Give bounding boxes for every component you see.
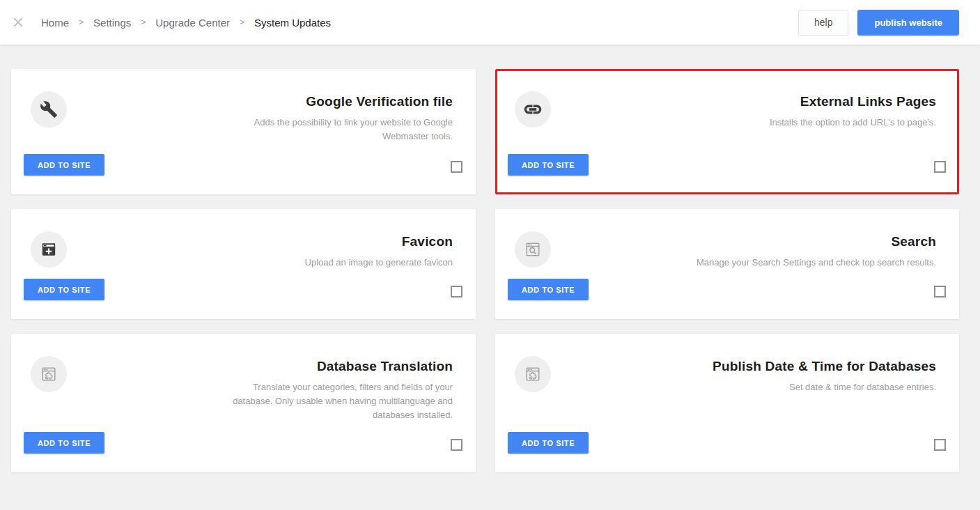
card-checkbox[interactable] bbox=[451, 286, 462, 298]
upgrade-cards-grid: Google Verification file Adds the possib… bbox=[0, 45, 980, 472]
breadcrumb-separator: > bbox=[79, 17, 84, 27]
help-button[interactable]: help bbox=[798, 10, 848, 36]
card-title: Search bbox=[697, 234, 936, 249]
card-description: Adds the possibility to link your websit… bbox=[244, 116, 453, 144]
add-to-site-button[interactable]: ADD TO SITE bbox=[508, 279, 589, 300]
breadcrumb-separator: > bbox=[240, 17, 244, 27]
browser-puzzle-icon bbox=[515, 356, 551, 392]
card-search: Search Manage your Search Settings and c… bbox=[495, 209, 959, 319]
card-google-verification-file: Google Verification file Adds the possib… bbox=[11, 69, 476, 194]
breadcrumb-upgrade-center[interactable]: Upgrade Center bbox=[155, 17, 230, 29]
add-to-site-button[interactable]: ADD TO SITE bbox=[24, 279, 104, 300]
card-favicon: Favicon Upload an image to generate favi… bbox=[11, 209, 476, 319]
favicon-add-icon bbox=[31, 231, 67, 268]
publish-website-button[interactable]: publish website bbox=[857, 10, 959, 36]
link-icon bbox=[515, 91, 551, 128]
breadcrumb-separator: > bbox=[141, 17, 146, 27]
browser-puzzle-icon bbox=[31, 356, 67, 392]
add-to-site-button[interactable]: ADD TO SITE bbox=[508, 432, 589, 454]
card-checkbox[interactable] bbox=[451, 439, 462, 451]
top-bar: Home > Settings > Upgrade Center > Syste… bbox=[0, 0, 980, 45]
card-description: Translate your categories, filters and f… bbox=[226, 380, 453, 422]
card-description: Manage your Search Settings and check to… bbox=[697, 256, 936, 270]
breadcrumb-settings[interactable]: Settings bbox=[93, 17, 131, 29]
wrench-icon bbox=[31, 91, 67, 128]
breadcrumb-home[interactable]: Home bbox=[41, 17, 69, 29]
card-checkbox[interactable] bbox=[451, 161, 462, 173]
header-actions: help publish website bbox=[798, 10, 959, 36]
add-to-site-button[interactable]: ADD TO SITE bbox=[508, 154, 589, 176]
card-title: External Links Pages bbox=[770, 94, 936, 109]
card-external-links-pages: External Links Pages Installs the option… bbox=[495, 69, 959, 194]
card-title: Database Translation bbox=[226, 359, 453, 374]
breadcrumb: Home > Settings > Upgrade Center > Syste… bbox=[41, 17, 798, 29]
card-title: Favicon bbox=[305, 234, 453, 249]
card-description: Upload an image to generate favicon bbox=[305, 256, 453, 270]
card-description: Set date & time for database entries. bbox=[713, 380, 936, 394]
card-checkbox[interactable] bbox=[934, 161, 946, 173]
card-checkbox[interactable] bbox=[934, 439, 946, 451]
card-title: Publish Date & Time for Databases bbox=[713, 359, 936, 374]
browser-search-icon bbox=[515, 231, 551, 268]
card-database-translation: Database Translation Translate your cate… bbox=[11, 334, 476, 472]
card-description: Installs the option to add URL's to page… bbox=[770, 116, 936, 130]
breadcrumb-system-updates: System Updates bbox=[254, 17, 331, 29]
add-to-site-button[interactable]: ADD TO SITE bbox=[24, 432, 104, 454]
add-to-site-button[interactable]: ADD TO SITE bbox=[24, 154, 104, 176]
card-title: Google Verification file bbox=[244, 94, 453, 109]
close-icon[interactable] bbox=[10, 15, 26, 30]
card-checkbox[interactable] bbox=[934, 286, 946, 298]
card-publish-date-time-databases: Publish Date & Time for Databases Set da… bbox=[495, 334, 959, 472]
